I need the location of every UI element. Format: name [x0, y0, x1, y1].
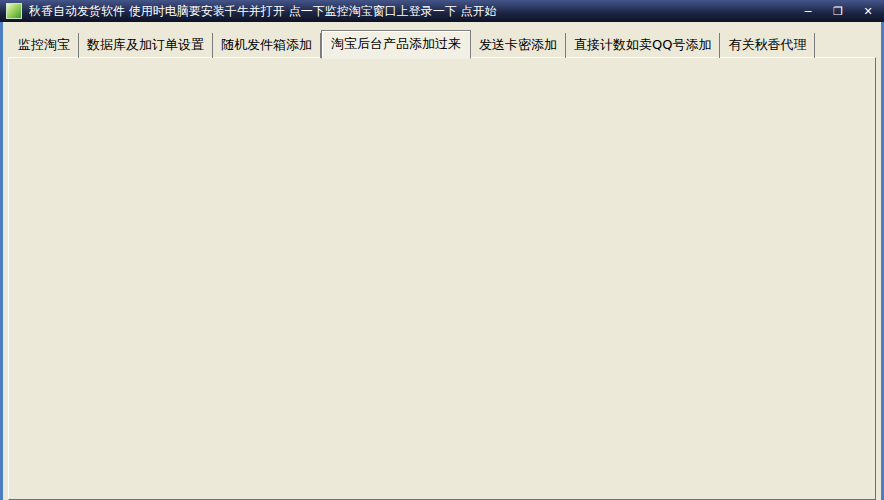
tab-bar: 监控淘宝数据库及加订单设置随机发件箱添加淘宝后台产品添加过来发送卡密添加直接计数… — [10, 34, 815, 58]
minimize-button[interactable]: ─ — [798, 5, 818, 18]
app-icon — [6, 3, 22, 19]
tab[interactable]: 随机发件箱添加 — [213, 33, 321, 58]
tab[interactable]: 有关秋香代理 — [720, 33, 815, 58]
tab[interactable]: 发送卡密添加 — [471, 33, 566, 58]
tab-page — [8, 57, 876, 500]
window-title: 秋香自动发货软件 使用时电脑要安装千牛并打开 点一下监控淘宝窗口上登录一下 点开… — [29, 3, 798, 20]
tab[interactable]: 直接计数如卖QQ号添加 — [566, 33, 720, 58]
tab[interactable]: 监控淘宝 — [10, 33, 79, 58]
close-button[interactable]: ✕ — [858, 5, 878, 18]
tab[interactable]: 淘宝后台产品添加过来 — [321, 30, 471, 59]
window-border-left — [0, 22, 3, 500]
maximize-button[interactable]: ❐ — [828, 5, 848, 18]
titlebar: 秋香自动发货软件 使用时电脑要安装千牛并打开 点一下监控淘宝窗口上登录一下 点开… — [0, 0, 884, 22]
app-window: 秋香自动发货软件 使用时电脑要安装千牛并打开 点一下监控淘宝窗口上登录一下 点开… — [0, 0, 884, 500]
window-controls: ─ ❐ ✕ — [798, 5, 878, 18]
tab[interactable]: 数据库及加订单设置 — [79, 33, 213, 58]
